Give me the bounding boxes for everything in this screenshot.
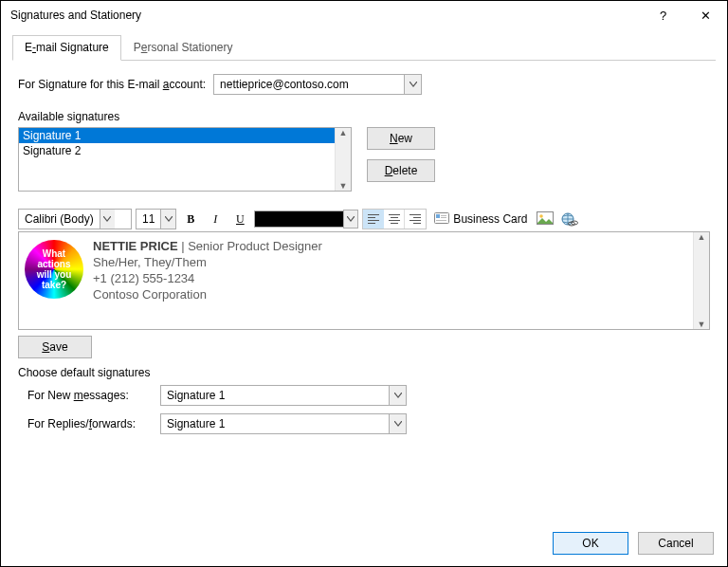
size-combo-value: 11 xyxy=(136,212,160,226)
business-card-icon xyxy=(434,211,449,228)
signature-listbox[interactable]: Signature 1 Signature 2 ▲ ▼ xyxy=(18,127,352,192)
signature-pronouns: She/Her, They/Them xyxy=(93,254,322,270)
account-select-value: nettieprice@contoso.com xyxy=(220,78,349,91)
link-globe-icon xyxy=(560,211,579,227)
chevron-down-icon xyxy=(404,75,421,94)
account-select[interactable]: nettieprice@contoso.com xyxy=(213,74,422,95)
svg-rect-3 xyxy=(441,217,446,218)
svg-rect-4 xyxy=(436,220,446,221)
align-left-button[interactable] xyxy=(363,210,384,229)
scroll-up-icon: ▲ xyxy=(698,232,706,242)
italic-button[interactable]: I xyxy=(205,209,226,229)
signature-phone: +1 (212) 555-1234 xyxy=(93,270,322,286)
list-item[interactable]: Signature 2 xyxy=(19,143,351,158)
bold-button[interactable]: B xyxy=(180,209,201,229)
signature-badge-image: What actions will you take? xyxy=(25,240,83,299)
list-item[interactable]: Signature 1 xyxy=(19,128,351,143)
signature-text-block: NETTIE PRICE | Senior Product Designer S… xyxy=(93,238,322,302)
replies-forwards-value: Signature 1 xyxy=(167,417,225,430)
ok-button[interactable]: OK xyxy=(553,532,628,555)
picture-icon xyxy=(537,211,554,227)
scroll-down-icon: ▼ xyxy=(698,320,706,329)
title-bar: Signatures and Stationery ? ✕ xyxy=(1,1,727,29)
insert-picture-button[interactable] xyxy=(535,209,555,229)
chevron-down-icon xyxy=(160,210,175,229)
align-group xyxy=(362,209,427,229)
editor-toolbar: Calibri (Body) 11 B I U xyxy=(18,209,710,229)
new-messages-select[interactable]: Signature 1 xyxy=(160,385,407,406)
business-card-button[interactable]: Business Card xyxy=(430,211,531,228)
defaults-title: Choose default signatures xyxy=(18,366,710,379)
chevron-down-icon xyxy=(389,414,406,433)
underline-button[interactable]: U xyxy=(229,209,250,229)
align-center-button[interactable] xyxy=(384,210,405,229)
tab-strip: E-mail Signature Personal Stationery xyxy=(12,35,716,61)
chevron-down-icon xyxy=(343,210,358,229)
new-button[interactable]: New xyxy=(367,127,435,150)
svg-rect-2 xyxy=(441,215,446,216)
signature-title: Senior Product Designer xyxy=(188,239,322,253)
available-signatures-label: Available signatures xyxy=(18,110,710,123)
scroll-up-icon: ▲ xyxy=(339,128,348,137)
tab-pers-text-pre: P xyxy=(134,41,141,54)
dialog-footer: OK Cancel xyxy=(1,522,727,567)
replies-forwards-label: For Replies/forwards: xyxy=(27,417,151,430)
chevron-down-icon xyxy=(100,210,115,229)
new-messages-value: Signature 1 xyxy=(167,389,225,402)
insert-link-button[interactable] xyxy=(559,209,580,229)
font-combo[interactable]: Calibri (Body) xyxy=(18,209,132,229)
align-right-icon xyxy=(410,214,421,224)
replies-forwards-select[interactable]: Signature 1 xyxy=(160,413,407,434)
font-combo-value: Calibri (Body) xyxy=(19,212,100,226)
color-swatch xyxy=(254,210,344,228)
scroll-down-icon: ▼ xyxy=(339,181,348,191)
tab-email-signature[interactable]: E-mail Signature xyxy=(12,35,121,61)
dialog-title: Signatures and Stationery xyxy=(10,9,642,22)
scrollbar[interactable]: ▲ ▼ xyxy=(693,232,709,329)
align-right-button[interactable] xyxy=(405,210,426,229)
align-left-icon xyxy=(368,214,379,224)
size-combo[interactable]: 11 xyxy=(136,209,176,229)
tab-email-text-pre: E xyxy=(25,41,32,54)
cancel-button[interactable]: Cancel xyxy=(638,532,714,555)
svg-point-6 xyxy=(540,214,544,218)
chevron-down-icon xyxy=(389,386,406,405)
signature-company: Contoso Corporation xyxy=(93,286,322,302)
tab-personal-stationery[interactable]: Personal Stationery xyxy=(121,35,246,61)
new-messages-label: For New messages: xyxy=(27,389,151,402)
signature-name: NETTIE PRICE xyxy=(93,239,178,253)
align-center-icon xyxy=(389,214,400,224)
save-button[interactable]: Save xyxy=(18,336,92,358)
scrollbar[interactable]: ▲ ▼ xyxy=(335,128,351,191)
tab-pers-text-post: rsonal Stationery xyxy=(147,41,232,54)
font-color-picker[interactable] xyxy=(254,209,358,229)
help-button[interactable]: ? xyxy=(642,1,684,29)
svg-rect-1 xyxy=(436,214,440,218)
delete-button[interactable]: Delete xyxy=(367,159,435,182)
account-label: For Signature for this E-mail account: xyxy=(18,78,206,91)
signature-editor[interactable]: What actions will you take? NETTIE PRICE… xyxy=(18,231,710,330)
close-button[interactable]: ✕ xyxy=(684,1,727,29)
tab-email-text-post: mail Signature xyxy=(36,41,109,54)
